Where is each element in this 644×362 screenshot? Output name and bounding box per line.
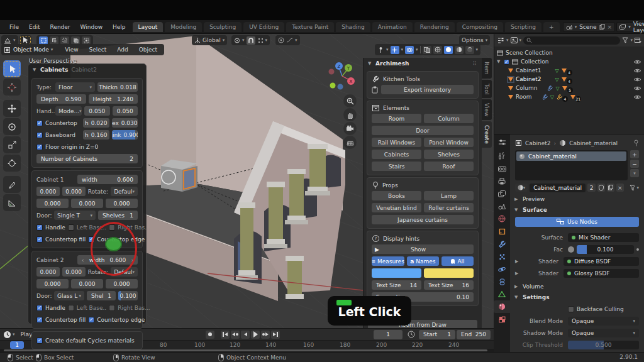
tab-texture[interactable] [494, 313, 510, 326]
play-reverse-button[interactable] [241, 331, 250, 339]
shadow-mode-dropdown[interactable]: Opaque▾ [568, 329, 639, 337]
outliner-row-cabinet2[interactable]: Cabinet2 ▽4 [494, 75, 644, 84]
record-button[interactable] [206, 331, 214, 339]
add-slot-button[interactable]: + [630, 150, 639, 158]
tab-world[interactable] [494, 212, 510, 225]
transform-tool[interactable] [3, 155, 21, 172]
cabinets-button[interactable]: Cabinets [372, 150, 421, 159]
cabinet2-left-baseboard-checkbox[interactable]: Left Base.. [68, 305, 106, 311]
outliner-row-room[interactable]: Room ▽ 4 21 [494, 92, 644, 101]
shader1-field[interactable]: Diffuse BSDF [564, 257, 639, 266]
select-set-mode-button[interactable] [39, 36, 48, 45]
play-button[interactable] [251, 331, 260, 339]
annotate-tool[interactable] [3, 176, 21, 193]
copy-icon[interactable] [599, 24, 605, 30]
filter-icon[interactable] [622, 37, 628, 43]
settings-section-header[interactable]: Settings [523, 294, 549, 300]
cabinet2-door-dropdown[interactable]: Glass L▾ [54, 291, 84, 300]
display-mode-icon[interactable] [511, 37, 518, 43]
view-layer-selector[interactable]: ▾ View Layer × [616, 22, 644, 32]
axis-gizmo[interactable]: Z Y X [327, 59, 357, 90]
selected-cabinet[interactable] [161, 160, 197, 192]
select-extend-mode-button[interactable] [50, 36, 58, 45]
menu-edit[interactable]: Edit [25, 23, 44, 31]
xray-toggle[interactable] [423, 46, 431, 54]
start-frame-field[interactable]: Start1 [419, 330, 455, 339]
cabinet1-door-dropdown[interactable]: Single T▾ [54, 211, 96, 220]
tab-view-layer[interactable] [494, 187, 510, 200]
select-subtract-mode-button[interactable] [60, 36, 69, 45]
cabinet2-right-baseboard-checkbox[interactable]: Right Bas... [109, 305, 150, 311]
drag-dots-icon[interactable]: ⠿ [472, 60, 477, 67]
type-dropdown[interactable]: Floor▾ [55, 82, 95, 92]
shading-rendered-button[interactable] [465, 46, 474, 54]
expand-arrow-icon[interactable]: ▶ [515, 271, 519, 276]
surface-shader-field[interactable]: Mix Shader [568, 233, 639, 242]
remove-slot-button[interactable]: − [630, 160, 639, 168]
workspace-tab-sculpting[interactable]: Sculpting [204, 22, 242, 32]
zoom-button[interactable] [343, 94, 357, 107]
venetian-blind-button[interactable]: Venetian blind [372, 203, 421, 212]
shelves-button[interactable]: Shelves [424, 150, 474, 159]
workspace-tab-animation[interactable]: Animation [372, 22, 413, 32]
shader2-field[interactable]: Glossy BSDF [564, 269, 639, 278]
view-menu[interactable]: View [60, 45, 82, 54]
workspace-tab-uv-editing[interactable]: UV Editing [243, 22, 284, 32]
eye-icon[interactable] [633, 85, 641, 91]
end-frame-field[interactable]: End250 [457, 330, 491, 339]
chevron-down-icon[interactable]: ▾ [242, 38, 245, 43]
unlink-material-button[interactable]: × [616, 184, 624, 192]
cabinet2-off3-field[interactable]: 0.000 [106, 279, 138, 288]
object-visibility-icon[interactable] [377, 47, 384, 53]
countertop-extend-field[interactable]: ex0.030 [112, 118, 138, 128]
preview-section-header[interactable]: Preview [523, 196, 545, 202]
next-keyframe-button[interactable] [261, 331, 270, 339]
cabinet1-off3-field[interactable]: 0.000 [106, 199, 138, 208]
pin-icon[interactable] [633, 140, 639, 146]
cabinet2-off2-field[interactable]: 0.000 [71, 279, 103, 288]
cabinet2-posx-field[interactable]: 0.000 [36, 267, 60, 277]
cabinet1-width-field[interactable]: width0.600 [77, 175, 138, 184]
handle-z-field[interactable]: 0.050 [113, 106, 138, 116]
falloff-curve-icon[interactable] [286, 37, 293, 43]
timeline-editor-icon[interactable] [3, 331, 11, 339]
chevron-down-icon[interactable]: ▾ [265, 38, 268, 43]
select-box-tool[interactable] [3, 60, 21, 77]
workspace-tab-modeling[interactable]: Modeling [165, 22, 202, 32]
roof-button[interactable]: Roof [424, 162, 474, 171]
cabinet2-off1-field[interactable]: 0.000 [36, 279, 69, 288]
cycles-materials-checkbox[interactable]: ✓Create default Cycles materials [36, 337, 135, 344]
chevron-down-icon[interactable]: ▾ [386, 47, 389, 52]
menu-file[interactable]: File [5, 23, 23, 31]
scene-selector[interactable]: ▾ Scene × [563, 22, 616, 32]
cabinet1-rotate-dropdown[interactable]: Defaul▾ [111, 187, 138, 196]
outliner-row-cabinet1[interactable]: Cabinet1 ▽4 [494, 66, 644, 75]
collapse-arrow-icon[interactable]: ▼ [368, 61, 372, 66]
tab-constraints[interactable] [494, 275, 510, 288]
tab-scene[interactable] [494, 200, 510, 212]
collapse-arrow-icon[interactable]: ▼ [514, 295, 519, 300]
chevron-down-icon[interactable]: ▾ [636, 185, 639, 190]
snap-target-icon[interactable] [234, 37, 240, 44]
select-menu[interactable]: Select [85, 45, 111, 54]
material-slot-selected[interactable]: Cabinet_material [516, 151, 626, 161]
collection-row[interactable]: ▼ ✓ Collection [494, 57, 644, 66]
workspace-tab-layout[interactable]: Layout [133, 22, 164, 32]
snap-magnet-toggle[interactable] [247, 36, 255, 45]
proportional-editing-icon[interactable] [278, 37, 284, 43]
material-name-field[interactable]: Cabinet_material [530, 184, 586, 192]
jump-to-start-button[interactable] [221, 331, 230, 339]
baseboard-sink-slider[interactable]: sink0.900 [112, 130, 138, 140]
countertop-height-field[interactable]: h0.020 [83, 118, 109, 128]
height-field[interactable]: Height1.240 [89, 94, 138, 104]
baseboard-checkbox[interactable]: ✓Baseboard [36, 132, 80, 138]
chevron-down-icon[interactable]: ▾ [416, 47, 418, 52]
search-input[interactable] [523, 36, 620, 45]
room-button[interactable]: Room [372, 114, 421, 123]
tab-view[interactable]: View [482, 99, 492, 120]
japanese-curtains-button[interactable]: Japanese curtains [372, 215, 474, 224]
breadcrumb-object[interactable]: Cabinet2 [525, 140, 551, 146]
scale-tool[interactable] [3, 136, 21, 153]
clip-threshold-slider[interactable]: 0.500 [568, 341, 639, 349]
tab-create[interactable]: Create [482, 121, 492, 148]
